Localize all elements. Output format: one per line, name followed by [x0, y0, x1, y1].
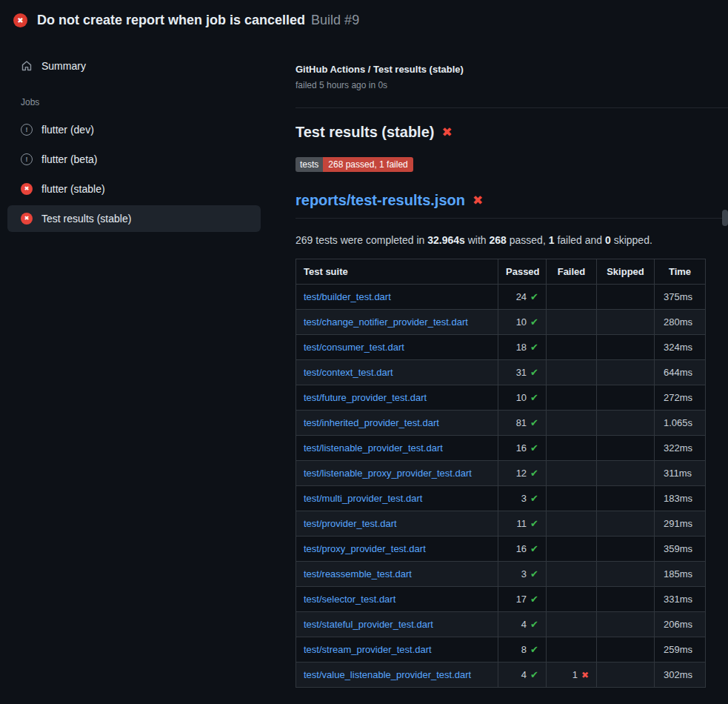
suite-link[interactable]: test/builder_test.dart — [304, 291, 391, 302]
suite-link[interactable]: test/future_provider_test.dart — [304, 392, 427, 403]
suite-cell: test/consumer_test.dart — [296, 335, 498, 360]
check-icon: ✔ — [530, 594, 538, 605]
summary-failed-count: 1 — [549, 234, 555, 246]
passed-count: 3 — [521, 493, 527, 504]
suite-link[interactable]: test/stateful_provider_test.dart — [304, 619, 433, 630]
passed-count: 8 — [521, 644, 527, 655]
check-icon: ✔ — [530, 468, 538, 479]
passed-cell: 17✔ — [498, 587, 547, 612]
summary-passed-count: 268 — [490, 234, 507, 246]
suite-link[interactable]: test/listenable_provider_test.dart — [304, 442, 443, 454]
suite-link[interactable]: test/change_notifier_provider_test.dart — [304, 316, 468, 328]
suite-cell: test/stream_provider_test.dart — [296, 637, 498, 663]
passed-count: 17 — [516, 594, 527, 605]
skipped-cell — [597, 637, 655, 663]
table-row: test/proxy_provider_test.dart16✔359ms — [296, 537, 706, 562]
passed-cell: 4✔ — [498, 612, 547, 637]
passed-count: 3 — [521, 568, 527, 580]
suite-cell: test/stateful_provider_test.dart — [296, 612, 498, 637]
failed-cell — [547, 587, 597, 612]
suite-link[interactable]: test/provider_test.dart — [304, 518, 397, 529]
scrollbar-thumb[interactable] — [722, 210, 728, 226]
failed-cell — [547, 612, 597, 637]
passed-count: 16 — [516, 543, 527, 554]
passed-count: 10 — [516, 392, 527, 403]
suite-cell: test/change_notifier_provider_test.dart — [296, 310, 498, 335]
sidebar-item-flutter-stable[interactable]: ✖flutter (stable) — [7, 176, 261, 202]
passed-cell: 4✔ — [498, 663, 547, 688]
passed-count: 12 — [516, 468, 527, 479]
suite-link[interactable]: test/selector_test.dart — [304, 594, 395, 605]
passed-count: 11 — [517, 518, 527, 529]
sidebar-item-summary[interactable]: Summary — [7, 53, 261, 79]
sidebar-jobs-list: !flutter (dev)!flutter (beta)✖flutter (s… — [0, 116, 295, 232]
passed-cell: 10✔ — [498, 310, 547, 335]
report-file-link[interactable]: reports/test-results.json — [295, 192, 465, 209]
table-row: test/listenable_provider_test.dart16✔322… — [296, 436, 706, 461]
sidebar-item-label: flutter (beta) — [41, 153, 97, 165]
suite-link[interactable]: test/inherited_provider_test.dart — [304, 417, 439, 428]
col-header-passed: Passed — [498, 259, 547, 285]
table-row: test/value_listenable_provider_test.dart… — [296, 663, 706, 688]
suite-link[interactable]: test/multi_provider_test.dart — [304, 493, 422, 504]
table-row: test/provider_test.dart11✔291ms — [296, 511, 706, 537]
check-icon: ✔ — [530, 669, 538, 680]
passed-cell: 81✔ — [498, 411, 547, 436]
suite-link[interactable]: test/stream_provider_test.dart — [304, 644, 432, 655]
sidebar-item-flutter-dev[interactable]: !flutter (dev) — [7, 116, 261, 143]
divider — [295, 107, 728, 108]
passed-cell: 8✔ — [498, 637, 547, 663]
suite-link[interactable]: test/consumer_test.dart — [304, 342, 404, 353]
skipped-cell — [597, 537, 655, 562]
badge-value: 268 passed, 1 failed — [323, 157, 413, 172]
check-icon: ✔ — [530, 644, 538, 655]
skipped-cell — [597, 562, 655, 587]
passed-cell: 16✔ — [498, 436, 547, 461]
time-cell: 324ms — [655, 335, 706, 360]
report-heading: reports/test-results.json ✖ — [295, 192, 728, 219]
col-header-test-suite: Test suite — [296, 259, 498, 285]
check-icon: ✔ — [530, 417, 538, 428]
sidebar-item-flutter-beta[interactable]: !flutter (beta) — [7, 146, 261, 173]
suite-cell: test/builder_test.dart — [296, 285, 498, 310]
check-icon: ✔ — [530, 291, 538, 302]
jobs-section-heading: Jobs — [21, 97, 295, 107]
failed-cell — [547, 486, 597, 511]
skipped-cell — [597, 486, 655, 511]
failed-cell — [547, 461, 597, 486]
suite-link[interactable]: test/value_listenable_provider_test.dart — [304, 669, 471, 680]
summary-part: with — [465, 234, 490, 246]
table-header-row: Test suite Passed Failed Skipped Time — [296, 259, 706, 285]
suite-link[interactable]: test/context_test.dart — [304, 367, 393, 378]
time-cell: 280ms — [655, 310, 706, 335]
check-icon: ✔ — [530, 367, 538, 378]
table-row: test/listenable_proxy_provider_test.dart… — [296, 461, 706, 486]
failed-cell — [547, 562, 597, 587]
suite-cell: test/reassemble_test.dart — [296, 562, 498, 587]
check-icon: ✔ — [530, 568, 538, 580]
summary-line: 269 tests were completed in 32.964s with… — [295, 234, 728, 246]
passed-cell: 12✔ — [498, 461, 547, 486]
sidebar-item-label: Test results (stable) — [41, 213, 131, 225]
summary-part: failed and — [555, 234, 606, 246]
passed-count: 4 — [521, 669, 527, 680]
suite-link[interactable]: test/reassemble_test.dart — [304, 568, 412, 580]
summary-skipped-count: 0 — [605, 234, 611, 246]
table-row: test/context_test.dart31✔644ms — [296, 360, 706, 385]
skipped-cell — [597, 310, 655, 335]
suite-cell: test/selector_test.dart — [296, 587, 498, 612]
suite-cell: test/proxy_provider_test.dart — [296, 537, 498, 562]
passed-cell: 31✔ — [498, 360, 547, 385]
time-cell: 183ms — [655, 486, 706, 511]
sidebar-item-test-results-stable[interactable]: ✖Test results (stable) — [7, 205, 261, 232]
suite-link[interactable]: test/listenable_proxy_provider_test.dart — [304, 468, 472, 479]
suite-link[interactable]: test/proxy_provider_test.dart — [304, 543, 426, 554]
failed-cell — [547, 360, 597, 385]
suite-cell: test/multi_provider_test.dart — [296, 486, 498, 511]
failed-cell — [547, 511, 597, 537]
skipped-cell — [597, 360, 655, 385]
skipped-cell — [597, 411, 655, 436]
summary-part: passed, — [507, 234, 549, 246]
failed-cell — [547, 335, 597, 360]
failed-cell — [547, 537, 597, 562]
